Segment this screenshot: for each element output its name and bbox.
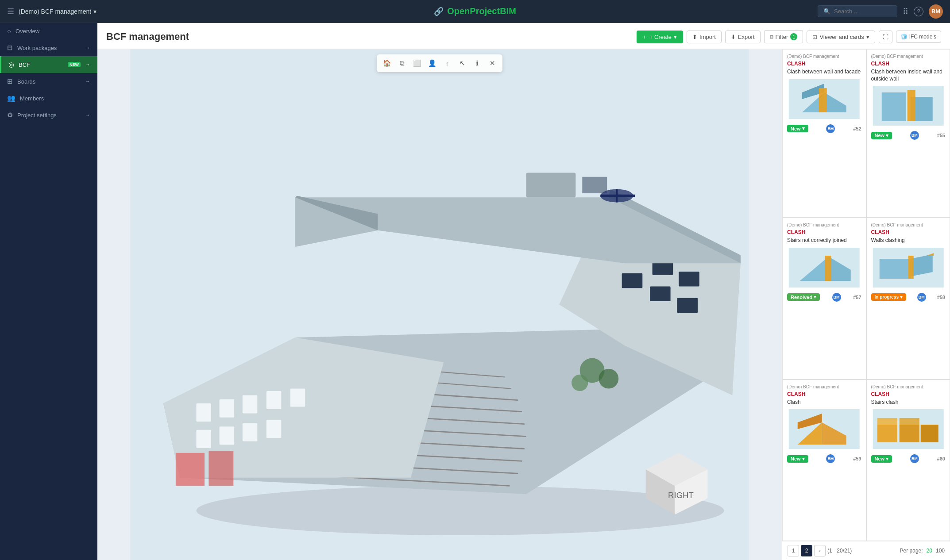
per-page-label: Per page: [900,548,923,554]
card-title: Clash between inside wall and outside wa… [871,69,946,82]
ifc-icon: 🧊 [901,34,908,40]
dropdown-icon: ▾ [814,294,816,300]
svg-rect-11 [622,273,643,288]
card-project: (Demo) BCF management [787,222,861,227]
clash-card[interactable]: (Demo) BCF management CLASH Stairs not c… [782,218,866,379]
page-1-button[interactable]: 1 [788,545,799,556]
svg-text:RIGHT: RIGHT [668,491,694,500]
viewer-cards-button[interactable]: ⊡ Viewer and cards ▾ [807,31,875,43]
sidebar-item-work-packages[interactable]: ⊟ Work packages → [0,39,97,56]
card-type: CLASH [787,61,861,67]
search-box[interactable]: 🔍 [818,5,897,17]
app-wrapper: ☰ (Demo) BCF management ▾ 🔗 OpenProjectB… [0,0,950,560]
card-image [871,409,946,449]
svg-rect-25 [209,451,233,486]
new-badge: NEW [68,62,81,67]
main-layout: ○ Overview ⊟ Work packages → ◎ BCF NEW →… [0,23,950,560]
content-header: BCF management + + Create ▾ ⬆ Import ⬇ E… [97,23,950,49]
project-name[interactable]: (Demo) BCF management ▾ [19,8,97,15]
viewer-dropdown-icon: ▾ [866,34,869,40]
svg-rect-21 [220,426,235,445]
copy-view-button[interactable]: ⧉ [395,57,409,70]
svg-rect-64 [899,425,919,442]
svg-rect-44 [819,88,827,112]
sidebar-item-project-settings[interactable]: ⚙ Project settings → [0,107,97,123]
status-badge[interactable]: Resolved ▾ [787,293,820,301]
help-icon[interactable]: ? [914,7,923,16]
viewer-toolbar: 🏠 ⧉ ⬜ 👤 ↑ ↖ ℹ ✕ [377,54,502,72]
clash-card[interactable]: (Demo) BCF management CLASH Clash [782,380,866,541]
svg-rect-54 [879,259,910,279]
sidebar: ○ Overview ⊟ Work packages → ◎ BCF NEW →… [0,23,97,560]
cards-panel: (Demo) BCF management CLASH Clash betwee… [782,49,950,560]
card-project: (Demo) BCF management [787,384,861,389]
clash-card[interactable]: (Demo) BCF management CLASH Stairs clash [866,380,950,541]
ifc-models-button[interactable]: 🧊 IFC models [896,31,941,43]
pagination-bar: 1 2 › (1 - 20/21) Per page: 20 100 [782,541,950,560]
svg-rect-12 [650,287,671,302]
per-page-100[interactable]: 100 [936,548,945,554]
card-footer: New ▾ BM #59 [787,454,861,463]
create-button[interactable]: + + Create ▾ [637,31,683,43]
header-center: 🔗 OpenProjectBIM [434,6,516,16]
import-button[interactable]: ⬆ Import [687,31,722,43]
grid-icon[interactable]: ⠿ [903,7,908,16]
arrow-icon: → [85,45,90,51]
svg-rect-65 [920,425,938,442]
svg-rect-13 [677,298,698,313]
header-left: ☰ (Demo) BCF management ▾ [7,7,97,16]
home-view-button[interactable]: 🏠 [380,57,394,70]
status-badge[interactable]: In progress ▾ [871,293,906,301]
header-actions: + + Create ▾ ⬆ Import ⬇ Export ⧈ Filte [637,30,941,43]
user-view-button[interactable]: 👤 [425,57,439,70]
import-icon: ⬆ [692,34,697,40]
sidebar-item-members[interactable]: 👥 Members [0,90,97,107]
upload-button[interactable]: ↑ [440,57,454,70]
frame-button[interactable]: ⬜ [410,57,424,70]
per-page-20[interactable]: 20 [927,548,932,554]
sidebar-item-label: Work packages [17,45,81,51]
next-page-button[interactable]: › [814,545,826,556]
building-svg: RIGHT [97,49,782,560]
card-title: Walls clashing [871,237,946,244]
filter-icon: ⧈ [770,33,773,40]
svg-rect-10 [679,272,699,287]
sidebar-item-bcf[interactable]: ◎ BCF NEW → [0,56,97,73]
clash-card[interactable]: (Demo) BCF management CLASH Clash betwee… [866,49,950,218]
clash-card[interactable]: (Demo) BCF management CLASH Clash betwee… [782,49,866,218]
status-badge[interactable]: New ▾ [871,455,892,463]
export-button[interactable]: ⬇ Export [725,31,761,43]
svg-rect-66 [877,418,897,425]
work-packages-icon: ⊟ [7,44,13,52]
avatar[interactable]: BM [929,4,943,19]
card-footer: Resolved ▾ BM #57 [787,293,861,302]
close-button[interactable]: ✕ [486,57,499,70]
status-badge[interactable]: New ▾ [787,125,808,132]
top-header: ☰ (Demo) BCF management ▾ 🔗 OpenProjectB… [0,0,950,23]
filter-button[interactable]: ⧈ Filter 1 [764,30,803,43]
card-user-avatar: BM [910,131,919,140]
svg-rect-17 [243,395,258,413]
info-button[interactable]: ℹ [471,57,484,70]
search-input[interactable] [834,8,892,15]
status-badge[interactable]: New ▾ [871,132,892,139]
bcf-body: 🏠 ⧉ ⬜ 👤 ↑ ↖ ℹ ✕ [97,49,950,560]
card-id: #60 [937,456,945,461]
expand-button[interactable]: ⛶ [879,31,892,43]
svg-point-39 [572,375,588,391]
card-footer: In progress ▾ BM #58 [871,293,946,302]
card-user-avatar: BM [917,293,926,302]
card-type: CLASH [787,229,861,235]
svg-rect-28 [526,173,576,197]
plus-icon: + [643,34,646,40]
sidebar-item-overview[interactable]: ○ Overview [0,23,97,39]
status-badge[interactable]: New ▾ [787,455,808,463]
hamburger-icon[interactable]: ☰ [7,7,14,16]
page-range: (1 - 20/21) [827,548,852,554]
card-image [871,248,946,288]
clash-card[interactable]: (Demo) BCF management CLASH Walls clashi… [866,218,950,379]
page-2-button[interactable]: 2 [801,545,812,556]
dropdown-icon: ▾ [802,126,805,131]
cursor-button[interactable]: ↖ [456,57,469,70]
sidebar-item-boards[interactable]: ⊞ Boards → [0,73,97,90]
